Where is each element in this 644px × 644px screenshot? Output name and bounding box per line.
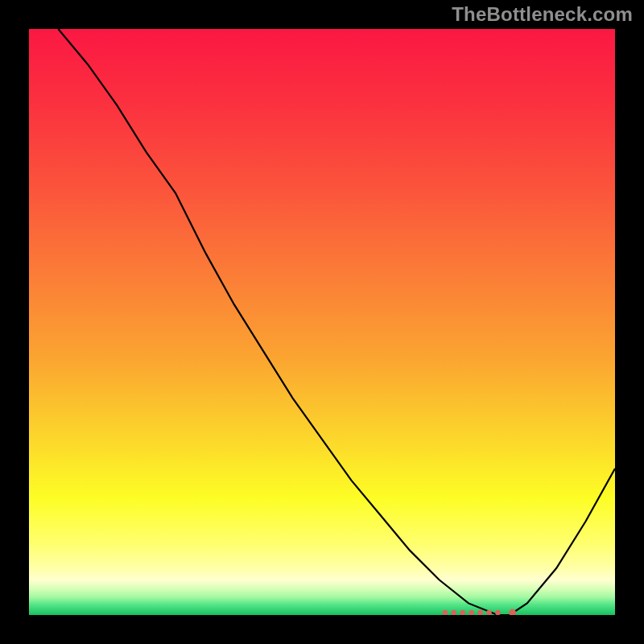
marker-dot (509, 609, 516, 615)
plot-area (29, 29, 615, 615)
marker-dot (477, 610, 483, 615)
watermark-text: TheBottleneck.com (452, 3, 633, 26)
curve-layer (29, 29, 615, 615)
marker-dot (452, 610, 457, 615)
chart-container: TheBottleneck.com (0, 0, 644, 644)
marker-dot (495, 610, 501, 615)
bottleneck-curve (58, 29, 615, 615)
bottom-markers (443, 609, 516, 615)
marker-dot (460, 610, 465, 615)
marker-dot (469, 610, 474, 615)
marker-dot (443, 610, 448, 615)
